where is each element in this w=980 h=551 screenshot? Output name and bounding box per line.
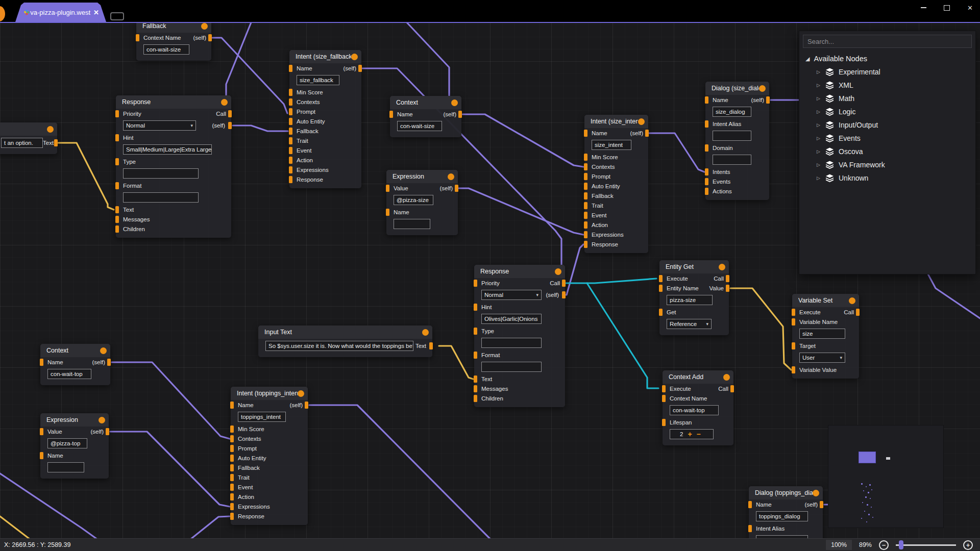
- zoom-fit-button[interactable]: 100%: [826, 540, 852, 550]
- text-field[interactable]: con-wait-top: [670, 405, 719, 415]
- dropdown-field[interactable]: Reference▾: [667, 319, 712, 329]
- output-port[interactable]: [766, 96, 770, 104]
- tree-item-math[interactable]: ▷Math: [802, 92, 972, 105]
- output-port[interactable]: [562, 291, 566, 298]
- input-port[interactable]: [792, 318, 795, 325]
- input-port[interactable]: [289, 65, 292, 72]
- text-field[interactable]: toppings_dialog: [756, 511, 808, 521]
- tree-item-unknown[interactable]: ▷Unknown: [802, 171, 972, 185]
- input-port[interactable]: [792, 366, 795, 373]
- text-field[interactable]: toppings_intent: [238, 412, 286, 422]
- input-port[interactable]: [748, 525, 752, 532]
- input-port[interactable]: [386, 209, 389, 216]
- expand-arrow-icon[interactable]: ▷: [817, 122, 821, 128]
- node-expression-size[interactable]: ExpressionValue(self)@pizza-sizeName: [386, 170, 458, 235]
- text-field[interactable]: [123, 168, 199, 179]
- node-entity-get[interactable]: Entity GetExecuteCallEntity NameValuepiz…: [659, 260, 729, 335]
- input-port[interactable]: [289, 157, 292, 164]
- text-field[interactable]: [123, 192, 199, 203]
- input-port[interactable]: [289, 118, 292, 125]
- zoom-out-button[interactable]: −: [879, 540, 889, 550]
- output-port[interactable]: [429, 342, 433, 349]
- input-port[interactable]: [584, 202, 587, 209]
- input-port[interactable]: [230, 474, 234, 481]
- input-port[interactable]: [230, 503, 234, 510]
- tree-root-available-nodes[interactable]: ◢ Available Nodes: [802, 52, 972, 65]
- text-field[interactable]: Small|Medium|Large|Extra Large: [123, 144, 212, 155]
- node-context-size[interactable]: ContextName(self)con-wait-size: [390, 96, 461, 137]
- input-port[interactable]: [584, 130, 587, 137]
- input-port[interactable]: [136, 34, 139, 41]
- input-port[interactable]: [289, 176, 292, 183]
- input-port[interactable]: [386, 185, 389, 192]
- input-port[interactable]: [230, 455, 234, 462]
- text-field[interactable]: [481, 362, 542, 372]
- input-port[interactable]: [474, 385, 477, 392]
- input-port[interactable]: [584, 192, 587, 199]
- tree-item-va-framework[interactable]: ▷VA Framework: [802, 158, 972, 171]
- output-port[interactable]: [305, 402, 308, 409]
- output-port[interactable]: [726, 275, 729, 282]
- node-prompt-option[interactable]: t an option.Text: [0, 122, 57, 154]
- input-port[interactable]: [230, 402, 234, 409]
- text-field[interactable]: @pizza-top: [47, 438, 87, 448]
- dropdown-field[interactable]: Normal▾: [481, 290, 542, 300]
- input-port[interactable]: [115, 158, 119, 165]
- text-field[interactable]: size_intent: [592, 140, 631, 150]
- text-field[interactable]: t an option.: [1, 138, 43, 148]
- minimize-icon[interactable]: [921, 7, 926, 8]
- text-field[interactable]: [481, 338, 542, 348]
- zoom-slider-thumb[interactable]: [899, 540, 903, 549]
- text-field[interactable]: con-wait-size: [397, 121, 442, 131]
- node-context-top[interactable]: ContextName(self)con-wait-top: [40, 344, 110, 385]
- input-port[interactable]: [289, 166, 292, 173]
- input-port[interactable]: [230, 435, 234, 442]
- input-port[interactable]: [115, 206, 119, 213]
- input-port[interactable]: [705, 178, 708, 185]
- output-port[interactable]: [562, 280, 566, 287]
- node-input-text[interactable]: Input TextSo $sys.user.size it is. Now w…: [258, 325, 432, 357]
- output-port[interactable]: [208, 34, 212, 41]
- output-port[interactable]: [106, 428, 109, 435]
- node-dialog-size[interactable]: Dialog (size_dialog)Name(self)size_dialo…: [705, 82, 769, 200]
- node-context-add[interactable]: Context AddExecuteCallContext Namecon-wa…: [663, 370, 733, 445]
- input-port[interactable]: [584, 163, 587, 170]
- text-field[interactable]: size_fallback: [297, 75, 339, 85]
- output-port[interactable]: [645, 130, 649, 137]
- input-port[interactable]: [289, 108, 292, 115]
- input-port[interactable]: [115, 226, 119, 233]
- text-field[interactable]: con-wait-top: [47, 369, 91, 379]
- text-field[interactable]: size: [799, 329, 845, 339]
- minimap-viewport[interactable]: [859, 452, 876, 463]
- stepper-minus-icon[interactable]: −: [697, 431, 701, 438]
- collapse-arrow-icon[interactable]: ◢: [805, 56, 810, 62]
- tree-item-events[interactable]: ▷Events: [802, 132, 972, 145]
- input-port[interactable]: [230, 493, 234, 500]
- stepper-field[interactable]: 2+−: [670, 429, 714, 439]
- input-port[interactable]: [40, 428, 43, 435]
- input-port[interactable]: [230, 464, 234, 471]
- input-port[interactable]: [40, 359, 43, 366]
- node-intent-size[interactable]: Intent (size_intent)Name(self)size_inten…: [584, 115, 648, 253]
- input-port[interactable]: [115, 134, 119, 141]
- text-field[interactable]: [394, 219, 430, 229]
- zoom-in-button[interactable]: +: [963, 540, 973, 550]
- input-port[interactable]: [705, 144, 708, 152]
- input-port[interactable]: [230, 425, 234, 433]
- dropdown-field[interactable]: Normal▾: [123, 120, 196, 131]
- expand-arrow-icon[interactable]: ▷: [817, 176, 821, 181]
- text-field[interactable]: [713, 155, 751, 165]
- input-port[interactable]: [662, 385, 666, 392]
- input-port[interactable]: [115, 182, 119, 189]
- tree-item-logic[interactable]: ▷Logic: [802, 105, 972, 118]
- input-port[interactable]: [659, 309, 663, 316]
- tree-item-experimental[interactable]: ▷Experimental: [802, 65, 972, 79]
- node-variable-set[interactable]: Variable SetExecuteCallVariable Namesize…: [792, 294, 859, 379]
- input-port[interactable]: [792, 342, 795, 349]
- input-port[interactable]: [705, 120, 708, 128]
- node-expression-top[interactable]: ExpressionValue(self)@pizza-topName: [40, 413, 109, 479]
- text-field[interactable]: size_dialog: [713, 107, 751, 117]
- input-port[interactable]: [474, 352, 477, 359]
- input-port[interactable]: [289, 98, 292, 106]
- expand-arrow-icon[interactable]: ▷: [817, 96, 821, 101]
